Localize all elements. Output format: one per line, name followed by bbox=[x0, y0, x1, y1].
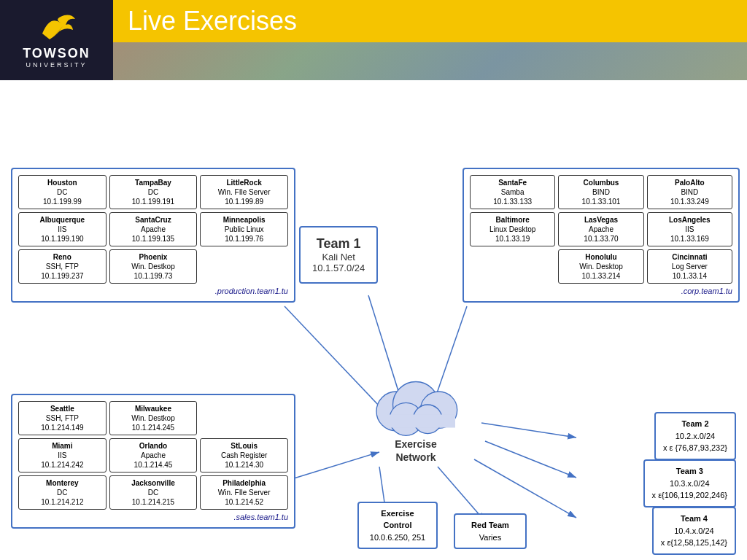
sales-label: .sales.team1.tu bbox=[18, 513, 288, 521]
red-team-box: Red Team Varies bbox=[454, 513, 527, 549]
team4-xrange: x ε{12,58,125,142} bbox=[661, 537, 727, 549]
header: TOWSON UNIVERSITY Live Exercises bbox=[0, 0, 747, 80]
server-node: HoustonDC10.1.199.99 bbox=[18, 175, 107, 209]
logo-icon bbox=[35, 12, 79, 46]
server-node: PhoenixWin. Destkop10.1.199.73 bbox=[109, 249, 198, 284]
server-node: HonoluluWin. Desktop10.1.33.214 bbox=[558, 249, 643, 284]
team2-xrange: x ε {76,87,93,232} bbox=[663, 442, 727, 454]
logo-sub: UNIVERSITY bbox=[26, 61, 87, 69]
server-node: SantaFeSamba10.1.33.133 bbox=[470, 175, 555, 209]
exercise-network-cloud: Exercise Network bbox=[343, 372, 489, 467]
team3-xrange: x ε{106,119,202,246} bbox=[652, 489, 727, 502]
corp-server-grid: SantaFeSamba10.1.33.133ColumbusBIND10.1.… bbox=[470, 175, 732, 284]
exercise-network-label: Exercise Network bbox=[343, 438, 489, 464]
team4-subnet: 10.4.x.0/24 bbox=[661, 525, 727, 537]
header-title-bar: Live Exercises bbox=[113, 0, 747, 42]
svg-line-6 bbox=[481, 423, 576, 438]
server-node: LittleRockWin. FIle Server10.1.199.89 bbox=[200, 175, 288, 209]
server-node: SantaCruzApache10.1.199.135 bbox=[109, 212, 198, 246]
exercise-control-title: ExerciseControl bbox=[366, 508, 429, 532]
svg-line-8 bbox=[474, 459, 576, 518]
server-node: OrlandoApache10.1.214.45 bbox=[109, 438, 198, 472]
server-node: LasVegasApache10.1.33.70 bbox=[558, 212, 643, 246]
logo-text: TOWSON bbox=[23, 46, 90, 61]
header-image bbox=[113, 42, 747, 80]
server-node: TampaBayDC10.1.199.191 bbox=[109, 175, 198, 209]
server-node: CincinnatiLog Server10.1.33.14 bbox=[647, 249, 732, 284]
logo: TOWSON UNIVERSITY bbox=[0, 0, 113, 80]
server-node: JacksonvilleDC10.1.214.215 bbox=[109, 475, 198, 510]
kali-title: Team 1 bbox=[312, 236, 365, 252]
kali-subtitle: Kali Net bbox=[312, 252, 365, 262]
kali-net-box: Team 1 Kali Net 10.1.57.0/24 bbox=[299, 226, 378, 284]
server-node: MilwaukeeWin. Destkop10.1.214.245 bbox=[109, 401, 198, 435]
server-node: PaloAltoBIND10.1.33.249 bbox=[647, 175, 732, 209]
red-team-title: Red Team bbox=[462, 519, 518, 532]
server-node: ColumbusBIND10.1.33.101 bbox=[558, 175, 643, 209]
svg-rect-16 bbox=[387, 415, 456, 428]
corp-network-box: SantaFeSamba10.1.33.133ColumbusBIND10.1.… bbox=[462, 168, 740, 303]
main-content: HoustonDC10.1.199.99TampaBayDC10.1.199.1… bbox=[0, 80, 747, 560]
corp-label: .corp.team1.tu bbox=[470, 287, 732, 295]
server-node: SeattleSSH, FTP10.1.214.149 bbox=[18, 401, 107, 435]
exercise-control-box: ExerciseControl 10.0.6.250, 251 bbox=[357, 502, 438, 550]
header-title-area: Live Exercises bbox=[113, 0, 747, 80]
sales-network-box: SeattleSSH, FTP10.1.214.149MilwaukeeWin.… bbox=[11, 394, 295, 529]
team2-name: Team 2 bbox=[663, 418, 727, 430]
server-node: BaltimoreLinux Desktop10.1.33.19 bbox=[470, 212, 555, 246]
server-node: RenoSSH, FTP10.1.199.237 bbox=[18, 249, 107, 284]
production-label: .production.team1.tu bbox=[18, 287, 288, 295]
production-network-box: HoustonDC10.1.199.99TampaBayDC10.1.199.1… bbox=[11, 168, 295, 303]
page-title: Live Exercises bbox=[128, 6, 297, 36]
kali-ip: 10.1.57.0/24 bbox=[312, 262, 365, 273]
server-node: LosAngelesIIS10.1.33.169 bbox=[647, 212, 732, 246]
team4-box: Team 4 10.4.x.0/24 x ε{12,58,125,142} bbox=[652, 507, 736, 555]
exercise-control-ip: 10.0.6.250, 251 bbox=[366, 532, 429, 544]
team3-subnet: 10.3.x.0/24 bbox=[652, 478, 727, 490]
red-team-subtitle: Varies bbox=[462, 532, 518, 544]
team3-box: Team 3 10.3.x.0/24 x ε{106,119,202,246} bbox=[643, 459, 736, 508]
server-node: MinneapolisPublic Linux10.1.199.76 bbox=[200, 212, 288, 246]
team3-name: Team 3 bbox=[652, 465, 727, 478]
team2-box: Team 2 10.2.x.0/24 x ε {76,87,93,232} bbox=[654, 412, 736, 460]
svg-line-7 bbox=[485, 441, 576, 478]
team4-name: Team 4 bbox=[661, 513, 727, 525]
production-server-grid: HoustonDC10.1.199.99TampaBayDC10.1.199.1… bbox=[18, 175, 288, 284]
server-node: StLouisCash Register10.1.214.30 bbox=[200, 438, 288, 472]
server-node: MontereyDC10.1.214.212 bbox=[18, 475, 107, 510]
server-node: MiamiIIS10.1.214.242 bbox=[18, 438, 107, 472]
server-node: PhiladelphiaWin. FIle Server10.1.214.52 bbox=[200, 475, 288, 510]
server-node: AlbuquerqueIIS10.1.199.190 bbox=[18, 212, 107, 246]
team2-subnet: 10.2.x.0/24 bbox=[663, 430, 727, 443]
sales-server-grid: SeattleSSH, FTP10.1.214.149MilwaukeeWin.… bbox=[18, 401, 288, 510]
